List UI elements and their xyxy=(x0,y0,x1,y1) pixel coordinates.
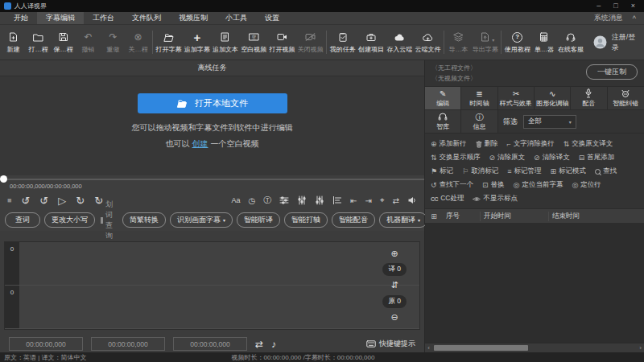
add-row-action[interactable]: ⊕添加新行 xyxy=(431,139,467,149)
swap-vertical-icon[interactable]: ⇵ xyxy=(391,280,398,290)
drop-area[interactable]: 打开本地文件 您可以拖动视频和字幕文件到软件中进行编辑 也可以创建一个空白视频 xyxy=(0,76,424,175)
avatar[interactable] xyxy=(593,35,607,49)
menu-subtitle-edit[interactable]: 字幕编辑 xyxy=(37,12,84,24)
translation-text-input[interactable] xyxy=(19,242,419,285)
ocr-subtitle-button[interactable]: 识别画面字幕▾ xyxy=(170,212,233,228)
save-project-button[interactable]: 保…程 xyxy=(51,25,76,60)
original-count-badge[interactable]: 原 0 xyxy=(382,295,407,308)
filter-dropdown[interactable]: 全部 ▾ xyxy=(523,115,576,129)
mark-action[interactable]: ⚑标记 xyxy=(431,167,453,176)
text-style-icon[interactable]: Ⓣ xyxy=(263,195,271,206)
system-messages[interactable]: 系统消息 xyxy=(594,13,623,23)
mark-manage-action[interactable]: ≡标记管理 xyxy=(507,167,541,176)
split-lines-icon[interactable] xyxy=(315,196,324,204)
clear-source-action[interactable]: ⊘清除原文 xyxy=(489,153,526,162)
smart-timing-button[interactable]: 智能打轴 xyxy=(284,212,328,228)
subtitle-table-body[interactable] xyxy=(425,223,644,343)
export-subtitle-button[interactable]: ▾ 导出字幕 xyxy=(471,25,499,60)
forward-3s-button[interactable]: ↻3 xyxy=(94,195,103,206)
replace-action[interactable]: ⊡替换 xyxy=(482,180,505,190)
menu-video-encode[interactable]: 视频压制 xyxy=(170,12,217,24)
sliders-icon[interactable] xyxy=(279,196,289,204)
shortcut-hint-button[interactable]: 快捷键提示 xyxy=(366,339,415,349)
one-click-compress-button[interactable]: 一键压制 xyxy=(586,64,638,80)
tab-knowledge-base[interactable]: 智库 xyxy=(425,110,461,134)
zoom-in-icon[interactable]: ⊕ xyxy=(391,249,398,259)
cloud-files-button[interactable]: 云端文件 xyxy=(414,25,442,60)
append-subtitle-button[interactable]: + 追加字幕 xyxy=(183,25,211,60)
scrollbar-track[interactable] xyxy=(432,343,637,352)
swap-source-target-action[interactable]: ⇅交换原文译文 xyxy=(564,139,613,149)
open-local-file-button[interactable]: 打开本地文件 xyxy=(138,93,287,113)
simplified-traditional-button[interactable]: 简繁转换 xyxy=(122,212,166,228)
scrollbar-thumb[interactable] xyxy=(434,345,528,351)
blank-video-button[interactable]: 空 空白视频 xyxy=(240,25,268,60)
find-action[interactable]: 查找 xyxy=(595,167,617,176)
scroll-right-arrow[interactable]: › xyxy=(637,343,644,352)
tab-style-effects[interactable]: ✂ 样式与效果 xyxy=(498,87,535,110)
smart-dubbing-button[interactable]: 智能配音 xyxy=(332,212,375,228)
forward-1s-button[interactable]: ↻1 xyxy=(76,195,85,206)
menu-start[interactable]: 开始 xyxy=(5,12,37,24)
locate-row-action[interactable]: ◎定位行 xyxy=(572,180,601,190)
clock-icon[interactable]: ◷ xyxy=(248,196,255,205)
close-project-button[interactable]: ⊗ 关…程 xyxy=(126,25,151,60)
my-tasks-button[interactable]: 我的任务 xyxy=(328,25,357,60)
to-start-icon[interactable]: ⇤ xyxy=(350,196,357,205)
end-time-input[interactable]: 00:00:00,000 xyxy=(91,337,165,351)
rewind-1s-button[interactable]: ↺1 xyxy=(39,195,48,206)
minimize-button[interactable]: – xyxy=(597,0,601,12)
tab-timeline[interactable]: ≣ 时间轴 xyxy=(461,87,497,110)
clear-target-action[interactable]: ⊘清除译文 xyxy=(534,153,570,162)
seek-bar[interactable] xyxy=(0,175,424,183)
duration-input[interactable]: 00:00:00,000 xyxy=(173,337,247,351)
close-video-button[interactable]: 关闭视频 xyxy=(296,25,324,60)
open-subtitle-button[interactable]: 打开字幕 xyxy=(155,25,183,60)
cc-process-action[interactable]: CCCC处理 xyxy=(431,194,464,204)
menu-settings[interactable]: 设置 xyxy=(256,12,288,24)
menu-tools[interactable]: 小工具 xyxy=(217,12,256,24)
converter-button[interactable]: 单…器 xyxy=(531,25,556,60)
menu-file-queue[interactable]: 文件队列 xyxy=(123,12,170,24)
speaker-icon[interactable] xyxy=(407,195,417,205)
seek-handle[interactable] xyxy=(0,175,7,183)
change-case-button[interactable]: 更改大小写 xyxy=(44,212,95,228)
append-text-button[interactable]: 追加文本 xyxy=(211,25,239,60)
locate-current-subtitle-action[interactable]: ◎定位当前字幕 xyxy=(514,180,564,190)
scroll-left-arrow[interactable]: ‹ xyxy=(425,343,432,352)
start-time-input[interactable]: 00:00:00,000 xyxy=(9,337,83,351)
loop-icon[interactable]: ⇄ xyxy=(255,339,263,350)
tab-edit[interactable]: ✎ 编辑 xyxy=(425,87,461,110)
tutorial-button[interactable]: ? 使用教程 xyxy=(503,25,531,60)
chevron-up-icon[interactable]: ^ xyxy=(633,14,636,23)
seek-track[interactable] xyxy=(0,179,424,180)
add-head-tail-action[interactable]: ⊟首尾添加 xyxy=(579,153,615,162)
to-end-icon[interactable]: ⇥ xyxy=(365,196,372,205)
online-support-button[interactable]: 在线客服 xyxy=(556,25,584,60)
machine-translate-button[interactable]: 机器翻译▾ xyxy=(379,212,427,228)
checkbox-icon[interactable] xyxy=(101,217,103,224)
grid-icon[interactable]: ⊞ xyxy=(425,212,443,220)
save-to-cloud-button[interactable]: 存入云端 xyxy=(386,25,414,60)
stop-button[interactable]: ■ xyxy=(7,196,11,204)
new-project-button[interactable]: 新建 xyxy=(1,25,26,60)
delete-action[interactable]: 删除 xyxy=(476,139,498,149)
menu-workbench[interactable]: 工作台 xyxy=(84,12,123,24)
remove-linebreak-action[interactable]: ⌐文字消除换行 xyxy=(507,139,555,149)
open-video-button[interactable]: 打开视频 xyxy=(268,25,296,60)
target-icon[interactable]: ⌖ xyxy=(380,195,385,205)
tab-dubbing[interactable]: 配音 xyxy=(571,87,607,110)
music-note-icon[interactable]: ♪ xyxy=(271,339,276,350)
redo-button[interactable]: ↷ 重做 xyxy=(101,25,126,60)
translation-count-badge[interactable]: 译 0 xyxy=(382,263,407,276)
play-button[interactable]: ▷ xyxy=(58,195,66,207)
find-next-action[interactable]: ↺查找下一个 xyxy=(431,180,473,190)
create-project-button[interactable]: 创建项目 xyxy=(357,25,385,60)
maximize-button[interactable]: □ xyxy=(613,0,617,12)
swap-display-order-action[interactable]: ⇅交换显示顺序 xyxy=(431,153,481,162)
swap-horizontal-icon[interactable]: ⇄ xyxy=(393,196,399,205)
lookup-word-button[interactable]: 查词 xyxy=(5,212,40,228)
export-script-button[interactable]: 导…本 xyxy=(446,25,471,60)
open-project-button[interactable]: 打…程 xyxy=(26,25,51,60)
tab-smart-correction[interactable]: 智能纠错 xyxy=(608,87,644,110)
